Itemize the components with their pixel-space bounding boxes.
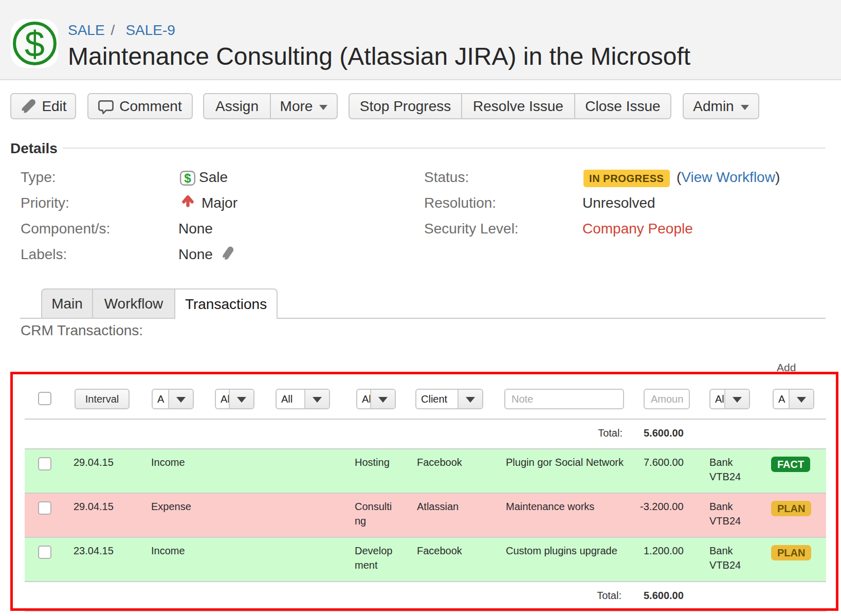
svg-text:$: $ [184,171,191,185]
svg-text:$: $ [25,24,45,64]
